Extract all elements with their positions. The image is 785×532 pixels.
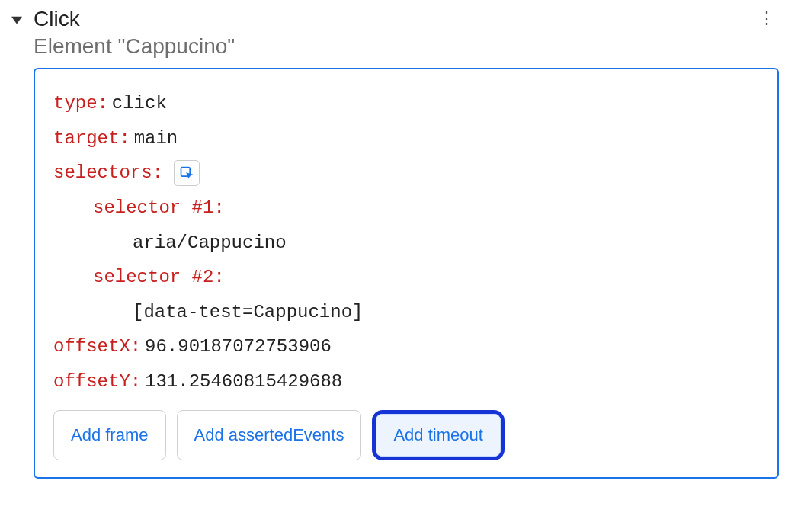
selector-label: selector #2 bbox=[93, 260, 213, 295]
step-container: Click Element "Cappucino" ⋮ type: click … bbox=[6, 6, 779, 479]
step-title: Click bbox=[34, 6, 755, 32]
prop-value[interactable]: click bbox=[112, 86, 167, 121]
prop-offset-x: offsetX: 96.90187072753906 bbox=[53, 329, 759, 364]
step-subtitle: Element "Cappucino" bbox=[34, 34, 755, 59]
prop-target: target: main bbox=[53, 121, 759, 156]
prop-key: offsetX bbox=[53, 329, 130, 364]
selector-value: aria/Cappucino bbox=[133, 226, 287, 261]
expand-toggle[interactable] bbox=[6, 9, 27, 30]
step-header: Click Element "Cappucino" ⋮ bbox=[6, 6, 779, 68]
selector-2-label: selector #2: bbox=[53, 260, 759, 295]
prop-value[interactable]: 131.25460815429688 bbox=[145, 364, 342, 399]
prop-key: target bbox=[53, 121, 119, 156]
header-titles: Click Element "Cappucino" bbox=[34, 6, 755, 59]
prop-key: offsetY bbox=[53, 364, 130, 399]
prop-type: type: click bbox=[53, 86, 759, 121]
selector-1-value[interactable]: aria/Cappucino bbox=[53, 226, 759, 261]
action-button-row: Add frame Add assertedEvents Add timeout bbox=[53, 410, 759, 460]
element-picker-icon bbox=[179, 165, 194, 181]
prop-value[interactable]: main bbox=[134, 121, 178, 156]
prop-selectors: selectors: bbox=[53, 155, 759, 191]
selector-label: selector #1 bbox=[93, 191, 213, 226]
more-menu-button[interactable]: ⋮ bbox=[755, 6, 779, 30]
prop-key: selectors bbox=[53, 155, 152, 191]
vertical-dots-icon: ⋮ bbox=[758, 10, 775, 27]
selector-value: [data-test=Cappucino] bbox=[133, 295, 363, 330]
prop-key: type bbox=[53, 86, 98, 121]
selector-2-value[interactable]: [data-test=Cappucino] bbox=[53, 295, 759, 330]
highlight-ring: Add timeout bbox=[372, 410, 504, 460]
prop-value[interactable]: 96.90187072753906 bbox=[145, 329, 332, 364]
step-body: type: click target: main selectors: sele… bbox=[34, 68, 779, 478]
chevron-down-icon bbox=[11, 14, 22, 25]
add-frame-button[interactable]: Add frame bbox=[53, 410, 166, 460]
element-picker-button[interactable] bbox=[174, 160, 200, 186]
selector-1-label: selector #1: bbox=[53, 191, 759, 226]
add-timeout-button[interactable]: Add timeout bbox=[376, 414, 500, 457]
add-asserted-events-button[interactable]: Add assertedEvents bbox=[177, 410, 362, 460]
prop-offset-y: offsetY: 131.25460815429688 bbox=[53, 364, 759, 399]
